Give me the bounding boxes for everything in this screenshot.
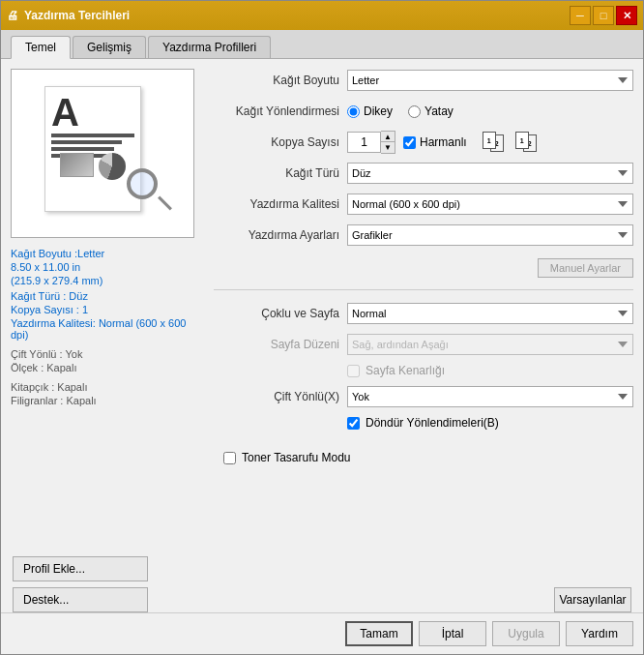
titlebar-title: Yazdırma Tercihleri xyxy=(24,9,130,22)
copies-label: Kopya Sayısı xyxy=(214,135,339,149)
paper-dims2-info: (215.9 x 279.4 mm) xyxy=(11,275,204,286)
tab-profiller[interactable]: Yazdırma Profilleri xyxy=(148,36,271,58)
magnifier-handle xyxy=(158,195,172,210)
copies-input[interactable] xyxy=(347,132,381,153)
section-divider xyxy=(214,289,633,290)
titlebar-left: 🖨 Yazdırma Tercihleri xyxy=(7,9,130,22)
harmanli-checkbox[interactable] xyxy=(403,136,416,149)
orientation-yatay-label[interactable]: Yatay xyxy=(408,104,454,118)
collation-page-front-2: 1 xyxy=(515,132,529,149)
paper-type-select[interactable]: Düz xyxy=(347,163,633,184)
duplex-select[interactable]: Yok xyxy=(347,386,633,407)
minimize-button[interactable]: ─ xyxy=(570,6,591,25)
preview-box: A xyxy=(11,69,194,238)
page-layout-select[interactable]: Sağ, ardından Aşağı xyxy=(347,334,633,355)
orientation-row: Kağıt Yönlendirmesi Dikey Yatay xyxy=(214,100,633,123)
toner-row: Toner Tasarufu Modu xyxy=(214,451,633,464)
orientation-label: Kağıt Yönlendirmesi xyxy=(214,104,339,118)
multi-row: Çoklu ve Sayfa Normal xyxy=(214,302,633,325)
preview-chart-image xyxy=(60,153,94,177)
info-section: Kağıt Boyutu :Letter 8.50 x 11.00 in (21… xyxy=(11,244,204,412)
harmanli-label[interactable]: Harmanlı xyxy=(403,135,467,149)
paper-type-info: Kağıt Türü : Düz xyxy=(11,290,204,302)
settings-row: Yazdırma Ayarları Grafikler xyxy=(214,223,633,247)
main-content: A xyxy=(1,59,643,552)
paper-type-row: Kağıt Türü Düz xyxy=(214,162,633,185)
tab-bar: Temel Gelişmiş Yazdırma Profilleri xyxy=(1,30,643,59)
collation-icon-2: 2 1 xyxy=(515,132,544,153)
booklet-info: Kitapçık : Kapalı xyxy=(11,381,204,393)
copies-controls: ▲ ▼ Harmanlı 2 1 2 xyxy=(347,131,633,154)
orientation-dikey-label[interactable]: Dikey xyxy=(347,104,393,118)
tamam-button[interactable]: Tamam xyxy=(345,621,413,646)
page-layout-label: Sayfa Düzeni xyxy=(214,338,339,351)
tab-temel[interactable]: Temel xyxy=(11,36,71,59)
multi-label: Çoklu ve Sayfa xyxy=(214,307,339,320)
main-window: 🖨 Yazdırma Tercihleri ─ □ ✕ Temel Gelişm… xyxy=(0,0,644,655)
flip-checkbox[interactable] xyxy=(347,417,360,430)
orientation-radio-group: Dikey Yatay xyxy=(347,104,633,118)
close-button[interactable]: ✕ xyxy=(616,6,637,25)
paper-type-label: Kağıt Türü xyxy=(214,166,339,180)
right-panel: Kağıt Boyutu Letter Kağıt Yönlendirmesi … xyxy=(214,69,633,543)
quality-select[interactable]: Normal (600 x 600 dpi) xyxy=(347,194,633,215)
spinner-buttons: ▲ ▼ xyxy=(381,131,395,154)
bottom-area: Profil Ekle... Destek... Varsayılanlar xyxy=(1,552,643,612)
preview-pie-chart xyxy=(99,153,126,180)
manual-settings-button[interactable]: Manuel Ayarlar xyxy=(538,258,633,278)
orientation-yatay-radio[interactable] xyxy=(408,105,421,118)
paper-size-label: Kağıt Boyutu xyxy=(214,74,339,87)
left-panel: A xyxy=(11,69,204,543)
printer-icon: 🖨 xyxy=(7,9,18,22)
watermark-info: Filigranlar : Kapalı xyxy=(11,395,204,406)
orientation-dikey-radio[interactable] xyxy=(347,105,360,118)
duplex-info: Çift Yönlü : Yok xyxy=(11,348,204,360)
titlebar-buttons: ─ □ ✕ xyxy=(570,6,637,25)
duplex-row: Çift Yönlü(X) Yok xyxy=(214,385,633,408)
multi-select[interactable]: Normal xyxy=(347,303,633,324)
page-border-checkbox[interactable] xyxy=(347,365,360,377)
quality-row: Yazdırma Kalitesi Normal (600 x 600 dpi) xyxy=(214,193,633,216)
copies-spinner: ▲ ▼ xyxy=(347,131,395,154)
settings-select[interactable]: Grafikler xyxy=(347,224,633,246)
varsayilanlar-button[interactable]: Varsayılanlar xyxy=(554,587,631,612)
collation-page-front-1: 1 xyxy=(483,132,496,149)
scale-info: Ölçek : Kapalı xyxy=(11,362,204,373)
magnifier-icon xyxy=(127,168,170,212)
preview-line-3 xyxy=(51,147,114,151)
yardim-button[interactable]: Yardım xyxy=(566,621,633,646)
paper-size-info: Kağıt Boyutu :Letter xyxy=(11,248,204,259)
settings-label: Yazdırma Ayarları xyxy=(214,228,339,242)
page-border-row: Sayfa Kenarlığı xyxy=(214,364,633,377)
dialog-buttons: Tamam İptal Uygula Yardım xyxy=(1,612,643,654)
copies-row: Kopya Sayısı ▲ ▼ Harmanlı xyxy=(214,131,633,154)
preview-line-1 xyxy=(51,134,134,137)
manual-row: Manuel Ayarlar xyxy=(214,254,633,278)
quality-info: Yazdırma Kalitesi: Normal (600 x 600 dpi… xyxy=(11,317,204,341)
paper-size-row: Kağıt Boyutu Letter xyxy=(214,69,633,92)
profil-ekle-button[interactable]: Profil Ekle... xyxy=(13,556,148,581)
spinner-up-button[interactable]: ▲ xyxy=(381,132,395,142)
page-border-label: Sayfa Kenarlığı xyxy=(366,364,445,377)
preview-letter: A xyxy=(51,93,134,132)
toner-checkbox[interactable] xyxy=(223,452,236,464)
preview-content: A xyxy=(35,76,170,231)
flip-label: Döndür Yönlendimeleri(B) xyxy=(366,416,499,430)
maximize-button[interactable]: □ xyxy=(593,6,614,25)
preview-line-2 xyxy=(51,140,122,144)
iptal-button[interactable]: İptal xyxy=(419,621,486,646)
magnifier-circle xyxy=(127,168,158,199)
titlebar: 🖨 Yazdırma Tercihleri ─ □ ✕ xyxy=(1,1,643,30)
paper-size-select[interactable]: Letter xyxy=(347,70,633,91)
uygula-button[interactable]: Uygula xyxy=(492,621,560,646)
quality-label: Yazdırma Kalitesi xyxy=(214,197,339,211)
tab-gelismis[interactable]: Gelişmiş xyxy=(73,36,146,58)
copy-count-info: Kopya Sayısı : 1 xyxy=(11,304,204,315)
destek-button[interactable]: Destek... xyxy=(13,587,148,612)
spinner-down-button[interactable]: ▼ xyxy=(381,142,395,153)
flip-row: Döndür Yönlendimeleri(B) xyxy=(214,416,633,430)
toner-label: Toner Tasarufu Modu xyxy=(242,451,351,464)
duplex-label: Çift Yönlü(X) xyxy=(214,390,339,403)
collation-icon-1: 2 1 xyxy=(483,132,512,153)
collation-icons: 2 1 2 1 xyxy=(483,132,544,153)
